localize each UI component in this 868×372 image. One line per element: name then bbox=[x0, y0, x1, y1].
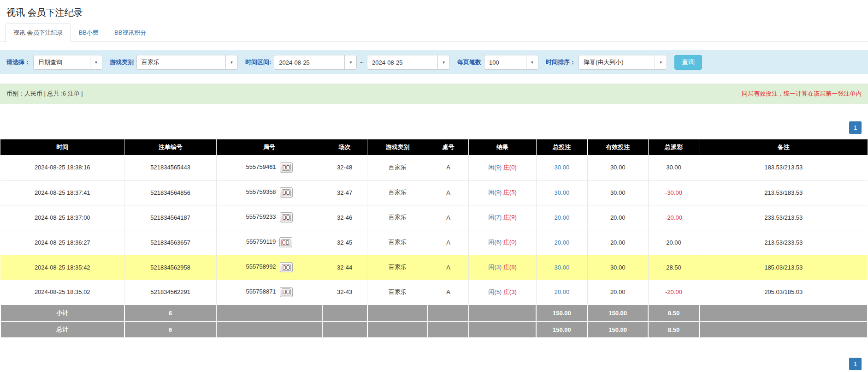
total-bet-cell[interactable]: 30.00 bbox=[536, 180, 587, 205]
tab-bar: 视讯 会员下注纪录BB小费BB视讯积分 bbox=[0, 24, 868, 42]
pagination-bottom: 1 bbox=[0, 358, 868, 370]
bet-id-cell: 521834563657 bbox=[124, 230, 216, 255]
time-cell: 2024-08-25 18:36:27 bbox=[0, 230, 124, 255]
game-result-icon[interactable] bbox=[280, 212, 293, 222]
result-cell: 闲(5) 庄(3) bbox=[469, 280, 537, 305]
game-result-icon[interactable] bbox=[280, 287, 293, 297]
column-header: 桌号 bbox=[428, 139, 468, 155]
total-bet-cell[interactable]: 30.00 bbox=[536, 255, 587, 280]
payout-cell: 20.00 bbox=[648, 230, 699, 255]
total-bet-link[interactable]: 30.00 bbox=[555, 189, 570, 196]
chevron-down-icon[interactable]: ▼ bbox=[225, 55, 237, 69]
summary-cell: 小计 bbox=[0, 305, 124, 321]
game-result-icon[interactable] bbox=[280, 187, 293, 198]
total-bet-cell[interactable]: 20.00 bbox=[536, 205, 587, 230]
table-no-cell: A bbox=[428, 180, 468, 205]
summary-cell: 150.00 bbox=[587, 305, 648, 321]
total-bet-link[interactable]: 20.00 bbox=[555, 288, 570, 295]
game-type-cell: 百家乐 bbox=[367, 205, 428, 230]
result-banker: 庄(0) bbox=[503, 239, 517, 246]
game-type-select[interactable]: 百家乐 ▼ bbox=[136, 55, 238, 70]
bet-id-cell: 521834564856 bbox=[124, 180, 216, 205]
total-bet-link[interactable]: 20.00 bbox=[555, 239, 570, 246]
note-cell: 185.03/213.53 bbox=[699, 255, 868, 280]
note-cell: 213.53/183.53 bbox=[699, 180, 868, 205]
summary-cell: 150.00 bbox=[536, 321, 587, 338]
session-cell: 32-44 bbox=[322, 255, 367, 280]
valid-bet-cell: 30.00 bbox=[587, 180, 648, 205]
payout-cell: -30.00 bbox=[648, 180, 699, 205]
query-mode-label: 请选择： bbox=[6, 58, 30, 66]
chevron-down-icon[interactable]: ▼ bbox=[437, 55, 449, 69]
result-cell: 闲(9) 庄(5) bbox=[469, 180, 537, 205]
time-cell: 2024-08-25 18:37:41 bbox=[0, 180, 124, 205]
note-cell: 213.53/233.53 bbox=[699, 230, 868, 255]
total-bet-cell[interactable]: 20.00 bbox=[536, 280, 587, 305]
summary-cell bbox=[216, 305, 322, 321]
total-bet-link[interactable]: 30.00 bbox=[555, 164, 570, 171]
table-no-cell: A bbox=[428, 280, 468, 305]
bet-id-cell: 521834565443 bbox=[124, 155, 216, 180]
page-size-label: 每页笔数 bbox=[457, 58, 481, 66]
session-cell: 32-47 bbox=[322, 180, 367, 205]
round-number: 555758871 bbox=[246, 288, 276, 295]
subtotal-row: 小计6150.00150.008.50 bbox=[0, 305, 868, 321]
time-cell: 2024-08-25 18:38:16 bbox=[0, 155, 124, 180]
game-type-cell: 百家乐 bbox=[367, 155, 428, 180]
time-cell: 2024-08-25 18:37:00 bbox=[0, 205, 124, 230]
date-to-select[interactable]: 2024-08-25 ▼ bbox=[367, 55, 450, 70]
summary-cell bbox=[469, 305, 537, 321]
result-banker: 庄(5) bbox=[503, 189, 517, 196]
result-banker: 庄(3) bbox=[503, 288, 517, 295]
tab-item[interactable]: BB小费 bbox=[71, 24, 106, 42]
column-header: 游戏类别 bbox=[367, 139, 428, 155]
round-number: 555759358 bbox=[246, 188, 276, 195]
summary-cell bbox=[469, 321, 537, 338]
column-header: 备注 bbox=[699, 139, 868, 155]
query-mode-select[interactable]: 日期查询 ▼ bbox=[33, 55, 102, 70]
chevron-down-icon[interactable]: ▼ bbox=[344, 55, 356, 69]
total-bet-link[interactable]: 30.00 bbox=[555, 264, 570, 271]
record-row: 2024-08-25 18:37:41521834564856555759358… bbox=[0, 180, 868, 205]
date-from-value: 2024-08-25 bbox=[274, 59, 344, 66]
result-player: 闲(9) bbox=[488, 189, 502, 196]
summary-cell bbox=[367, 321, 428, 338]
column-header: 局号 bbox=[216, 139, 322, 155]
session-cell: 32-43 bbox=[322, 280, 367, 305]
total-bet-cell[interactable]: 20.00 bbox=[536, 230, 587, 255]
payout-cell: -20.00 bbox=[648, 280, 699, 305]
page-size-select[interactable]: 100 ▼ bbox=[484, 55, 538, 70]
summary-cell bbox=[699, 305, 868, 321]
sort-order-select[interactable]: 降幂(由大到小) ▼ bbox=[579, 55, 667, 70]
summary-cell bbox=[216, 321, 322, 338]
result-banker: 庄(0) bbox=[503, 164, 517, 171]
query-button[interactable]: 查询 bbox=[674, 55, 702, 70]
total-row: 总计6150.00150.008.50 bbox=[0, 321, 868, 338]
column-header: 场次 bbox=[322, 139, 367, 155]
game-result-icon[interactable] bbox=[280, 262, 293, 272]
chevron-down-icon[interactable]: ▼ bbox=[655, 55, 667, 69]
tab-item[interactable]: 视讯 会员下注纪录 bbox=[6, 24, 71, 42]
tab-item[interactable]: BB视讯积分 bbox=[106, 24, 154, 42]
game-result-icon[interactable] bbox=[279, 237, 292, 247]
sort-order-label: 时间排序： bbox=[546, 58, 576, 66]
game-result-icon[interactable] bbox=[280, 162, 293, 173]
result-cell: 闲(6) 庄(0) bbox=[469, 230, 537, 255]
summary-cell: 总计 bbox=[0, 321, 124, 338]
total-bet-link[interactable]: 20.00 bbox=[555, 214, 570, 221]
date-from-select[interactable]: 2024-08-25 ▼ bbox=[274, 55, 357, 70]
round-cell: 555759461 bbox=[216, 155, 322, 180]
chevron-down-icon[interactable]: ▼ bbox=[526, 55, 538, 69]
page-title: 视讯 会员下注纪录 bbox=[6, 6, 868, 19]
summary-cell: 6 bbox=[124, 321, 216, 338]
page-1-button[interactable]: 1 bbox=[849, 358, 862, 370]
payout-cell: 30.00 bbox=[648, 155, 699, 180]
chevron-down-icon[interactable]: ▼ bbox=[90, 55, 102, 69]
pagination-top: 1 bbox=[0, 121, 868, 134]
valid-bet-cell: 20.00 bbox=[587, 230, 648, 255]
page-1-button[interactable]: 1 bbox=[849, 121, 862, 134]
summary-cell: 6 bbox=[124, 305, 216, 321]
note-cell: 205.03/185.03 bbox=[699, 280, 868, 305]
valid-bet-cell: 20.00 bbox=[587, 205, 648, 230]
total-bet-cell[interactable]: 30.00 bbox=[536, 155, 587, 180]
